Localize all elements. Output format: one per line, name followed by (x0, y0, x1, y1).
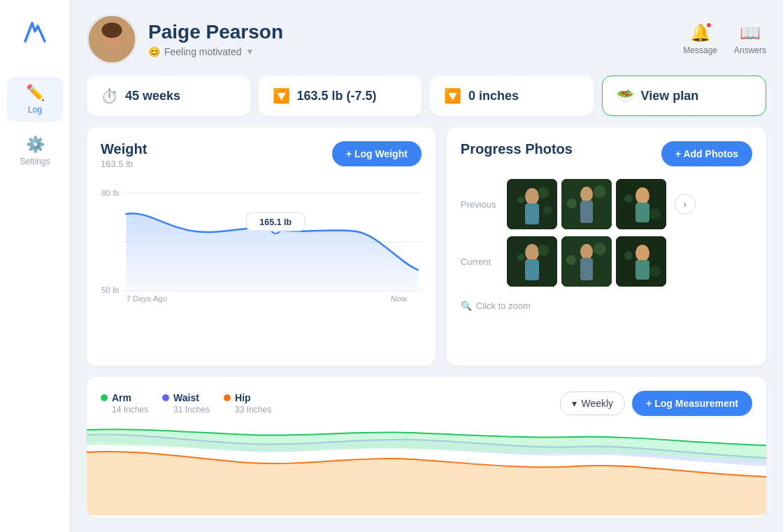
measurements-card: Arm 14 Inches Waist 31 Inches Hip (87, 377, 766, 518)
weekly-label: Weekly (581, 398, 613, 409)
photo-thumb-curr-3[interactable] (616, 236, 666, 287)
sidebar: ✏️ Log ⚙️ Settings (0, 0, 70, 532)
svg-point-44 (649, 266, 661, 277)
photos-card-header: Progress Photos + Add Photos (461, 141, 752, 166)
arm-value: 14 Inches (101, 405, 148, 415)
svg-rect-42 (635, 260, 649, 280)
svg-point-18 (538, 187, 549, 199)
log-measurement-button[interactable]: + Log Measurement (632, 391, 752, 416)
svg-point-2 (101, 22, 122, 38)
answers-button[interactable]: 📖 Answers (734, 23, 766, 55)
photo-thumb-prev-3[interactable] (616, 179, 666, 229)
content-grid: Weight 163.5 lb + Log Weight 180 lb 150 … (87, 127, 766, 366)
svg-text:165.1 lb: 165.1 lb (259, 217, 292, 227)
weight-subtitle: 163.5 lb (101, 159, 147, 169)
sidebar-label-log: Log (28, 105, 42, 115)
svg-point-3 (99, 45, 125, 64)
svg-point-21 (580, 187, 593, 202)
svg-text:7 Days Ago: 7 Days Ago (127, 294, 168, 303)
answers-label: Answers (734, 45, 766, 55)
previous-thumbnails (507, 179, 666, 229)
measurements-actions: ▾ Weekly + Log Measurement (560, 391, 752, 416)
main-content: Paige Pearson 😊 Feeling motivated ▼ 🔔 Me… (70, 0, 783, 532)
hip-value: 33 Inches (224, 405, 271, 415)
svg-point-41 (635, 245, 649, 261)
sidebar-item-log[interactable]: ✏️ Log (7, 77, 63, 122)
measurements-header: Arm 14 Inches Waist 31 Inches Hip (101, 391, 752, 416)
waist-dot (162, 394, 169, 401)
stat-inches[interactable]: 🔽 0 inches (430, 76, 594, 116)
add-photos-button[interactable]: + Add Photos (661, 141, 752, 166)
header-right: 🔔 Message 📖 Answers (683, 23, 766, 55)
photo-thumb-prev-1[interactable] (507, 179, 557, 229)
photo-thumb-curr-1[interactable] (507, 236, 557, 287)
svg-point-36 (580, 244, 593, 259)
avatar (87, 14, 137, 64)
inches-down-icon: 🔽 (444, 87, 461, 104)
app-logo (17, 14, 52, 49)
photos-title: Progress Photos (461, 141, 573, 157)
svg-rect-37 (580, 258, 593, 280)
current-thumbnails (507, 236, 666, 287)
mood-icon: 😊 (148, 46, 160, 57)
current-photos-row: Current (461, 236, 752, 287)
chevron-down-icon: ▾ (572, 398, 577, 409)
user-info: Paige Pearson 😊 Feeling motivated ▼ (148, 21, 283, 57)
svg-point-23 (567, 199, 577, 208)
svg-point-33 (517, 254, 524, 261)
settings-icon: ⚙️ (26, 136, 45, 154)
stat-weight-value: 163.5 lb (-7.5) (297, 89, 377, 103)
user-mood[interactable]: 😊 Feeling motivated ▼ (148, 46, 283, 57)
legend-arm: Arm 14 Inches (101, 392, 148, 415)
stat-weeks-value: 45 weeks (125, 89, 180, 103)
plan-icon: 🥗 (617, 87, 634, 104)
sidebar-label-settings: Settings (20, 157, 50, 166)
weight-chart: 180 lb 150 lb 7 Days Ago Now (101, 179, 422, 352)
weight-card: Weight 163.5 lb + Log Weight 180 lb 150 … (87, 127, 436, 366)
stats-row: ⏱️ 45 weeks 🔽 163.5 lb (-7.5) 🔽 0 inches… (87, 76, 766, 116)
arm-name: Arm (112, 392, 131, 403)
chevron-down-icon: ▼ (246, 47, 254, 57)
svg-text:150 lb: 150 lb (101, 286, 119, 294)
svg-text:Now: Now (391, 294, 408, 303)
stat-weeks[interactable]: ⏱️ 45 weeks (87, 76, 250, 116)
zoom-hint: 🔍 Click to zoom (461, 301, 752, 311)
svg-point-29 (649, 208, 661, 220)
previous-label: Previous (461, 199, 501, 210)
photos-card: Progress Photos + Add Photos Previous (447, 127, 766, 366)
header: Paige Pearson 😊 Feeling motivated ▼ 🔔 Me… (87, 14, 766, 64)
svg-point-28 (624, 194, 633, 203)
svg-point-34 (538, 245, 549, 256)
svg-rect-16 (525, 203, 539, 224)
log-weight-button[interactable]: + Log Weight (332, 141, 422, 166)
photo-thumb-prev-2[interactable] (561, 179, 612, 229)
hip-dot (224, 394, 231, 401)
current-label: Current (461, 257, 501, 267)
photos-next-button[interactable]: › (675, 194, 696, 215)
stat-plan-value: View plan (641, 89, 699, 103)
svg-point-24 (594, 185, 606, 198)
weight-title: Weight (101, 141, 147, 157)
measurements-chart (87, 424, 766, 518)
sidebar-item-settings[interactable]: ⚙️ Settings (7, 129, 63, 173)
svg-rect-32 (525, 259, 539, 280)
measurements-legend: Arm 14 Inches Waist 31 Inches Hip (101, 392, 271, 415)
stat-inches-value: 0 inches (468, 89, 519, 103)
svg-point-19 (543, 206, 552, 215)
message-label: Message (683, 45, 717, 55)
svg-point-43 (624, 252, 633, 260)
photo-thumb-curr-2[interactable] (561, 236, 612, 287)
weekly-button[interactable]: ▾ Weekly (560, 391, 625, 415)
photos-grid: Previous (461, 179, 752, 352)
header-left: Paige Pearson 😊 Feeling motivated ▼ (87, 14, 283, 64)
svg-point-17 (517, 196, 524, 203)
notification-dot (705, 22, 712, 29)
answers-icon: 📖 (740, 23, 761, 43)
svg-point-26 (635, 187, 649, 204)
stat-plan[interactable]: 🥗 View plan (602, 76, 767, 116)
stat-weight[interactable]: 🔽 163.5 lb (-7.5) (259, 76, 422, 116)
waist-name: Waist (173, 392, 199, 403)
svg-rect-27 (635, 203, 649, 222)
message-button[interactable]: 🔔 Message (683, 23, 717, 55)
log-icon: ✏️ (26, 84, 45, 102)
